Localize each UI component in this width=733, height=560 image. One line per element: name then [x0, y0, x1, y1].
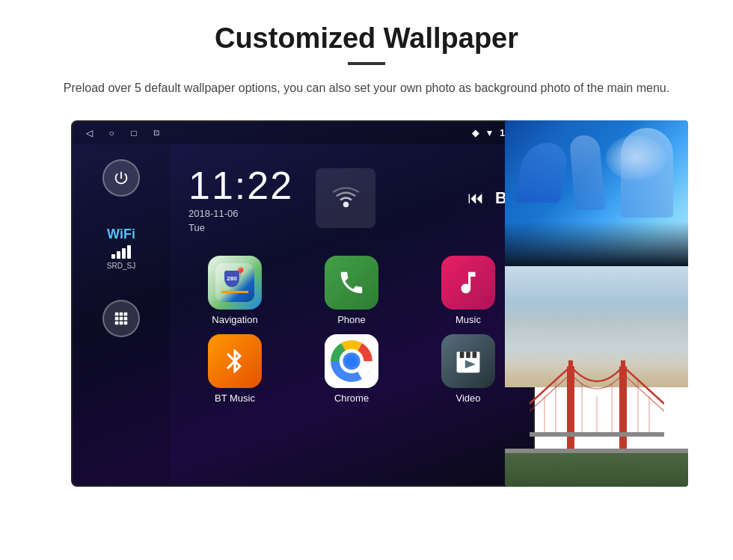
wallpaper-bridge: [505, 266, 688, 487]
svg-point-13: [346, 354, 358, 366]
app-item-phone[interactable]: Phone: [298, 256, 405, 325]
navigation-app-icon[interactable]: 280 📍: [208, 256, 262, 310]
wifi-status-icon: ▼: [485, 128, 494, 138]
wifi-bar-1: [111, 254, 115, 259]
bt-music-app-label: BT Music: [215, 393, 255, 404]
wifi-card-widget: [316, 168, 375, 228]
phone-app-label: Phone: [337, 314, 366, 325]
svg-rect-2: [124, 312, 128, 316]
clock-date-value: 2018-11-06: [188, 208, 293, 219]
app-item-bt-music[interactable]: BT Music: [181, 334, 289, 404]
back-icon[interactable]: ◁: [83, 127, 95, 139]
water-layer: [505, 453, 688, 486]
svg-rect-16: [460, 351, 464, 357]
screen-content: WiFi SRD_SJ: [73, 144, 533, 485]
svg-rect-4: [120, 316, 123, 320]
svg-rect-3: [115, 316, 119, 320]
svg-rect-17: [466, 351, 470, 357]
video-app-icon[interactable]: [441, 334, 495, 388]
page-description: Preload over 5 default wallpaper options…: [64, 79, 669, 98]
svg-rect-8: [124, 321, 128, 324]
chrome-app-label: Chrome: [334, 393, 369, 404]
svg-rect-27: [530, 432, 664, 437]
music-app-icon[interactable]: [441, 256, 495, 310]
wifi-widget: WiFi SRD_SJ: [107, 227, 135, 270]
music-app-label: Music: [456, 314, 481, 325]
skip-back-icon[interactable]: ⏮: [467, 188, 484, 208]
location-icon: ◆: [472, 128, 479, 138]
svg-rect-5: [124, 316, 128, 320]
ice-dark-overlay: [505, 221, 688, 266]
wifi-bar-4: [127, 245, 131, 259]
title-divider: [348, 62, 385, 65]
wifi-bar-2: [117, 251, 120, 259]
wifi-network-name: SRD_SJ: [107, 262, 135, 270]
svg-rect-7: [120, 321, 123, 324]
app-item-chrome[interactable]: Chrome: [298, 334, 405, 404]
left-sidebar: WiFi SRD_SJ: [73, 144, 170, 485]
svg-point-9: [343, 202, 349, 208]
device-container: ◁ ○ □ ⊡ ◆ ▼ 11:22: [45, 120, 688, 487]
power-button[interactable]: [102, 159, 140, 197]
page-wrapper: Customized Wallpaper Preload over 5 defa…: [0, 0, 733, 560]
bridge-structure: [530, 359, 664, 449]
clock-day-value: Tue: [188, 222, 293, 233]
clock-widget: 11:22 2018-11-06 Tue: [177, 156, 526, 241]
navigation-app-label: Navigation: [212, 314, 257, 325]
clock-time: 11:22: [188, 163, 293, 208]
all-apps-button[interactable]: [102, 300, 140, 337]
bt-music-app-icon[interactable]: [208, 334, 262, 388]
app-grid: 280 📍 Navigation: [177, 256, 526, 404]
page-title: Customized Wallpaper: [215, 22, 518, 55]
svg-rect-1: [120, 312, 123, 316]
main-area: 11:22 2018-11-06 Tue: [170, 144, 533, 485]
svg-rect-18: [473, 351, 477, 357]
chrome-app-icon[interactable]: [325, 334, 378, 388]
wallpaper-panel-bottom: [505, 266, 688, 487]
status-bar: ◁ ○ □ ⊡ ◆ ▼ 11:22: [73, 122, 533, 144]
screenshot-icon[interactable]: ⊡: [150, 127, 162, 139]
wifi-bar-3: [122, 248, 126, 259]
svg-rect-0: [115, 312, 119, 316]
wallpaper-panel-top: [505, 120, 688, 266]
android-screen: ◁ ○ □ ⊡ ◆ ▼ 11:22: [71, 120, 535, 487]
wallpaper-ice-cave: [505, 120, 688, 266]
app-item-navigation[interactable]: 280 📍 Navigation: [181, 256, 289, 325]
phone-app-icon[interactable]: [325, 256, 378, 310]
clock-date: 2018-11-06 Tue: [188, 208, 293, 233]
recent-icon[interactable]: □: [128, 127, 140, 139]
wifi-bars: [111, 245, 131, 259]
wifi-label: WiFi: [107, 227, 135, 242]
video-app-label: Video: [456, 393, 480, 404]
svg-rect-6: [115, 321, 119, 324]
home-icon[interactable]: ○: [105, 127, 117, 139]
status-bar-left: ◁ ○ □ ⊡: [83, 127, 162, 139]
